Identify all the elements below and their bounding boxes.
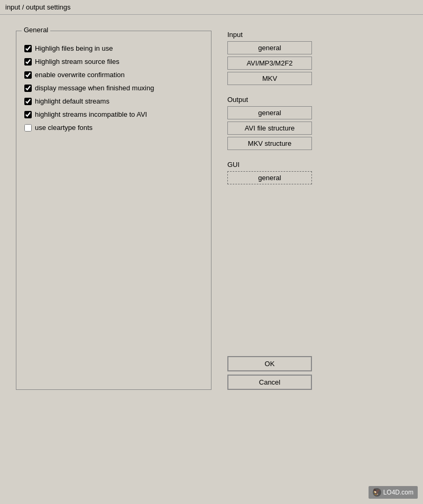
checkbox-item-cb2: Highligh stream source files (24, 58, 203, 66)
action-buttons: OK Cancel (227, 219, 407, 390)
window-title: input / output settings (5, 3, 71, 11)
ok-button[interactable]: OK (227, 356, 312, 371)
watermark-icon: 🦅 (373, 488, 381, 497)
input-label: Input (227, 31, 407, 39)
checkbox-cb1[interactable] (24, 45, 32, 52)
button-gui-general[interactable]: general (227, 171, 312, 184)
checkbox-item-cb5: highlight default streams (24, 97, 203, 105)
cancel-button[interactable]: Cancel (227, 375, 312, 390)
checkbox-item-cb1: Highligh files being in use (24, 44, 203, 52)
button-output-mkv[interactable]: MKV structure (227, 137, 312, 150)
checkbox-label-cb4[interactable]: display message when finished muxing (35, 84, 154, 92)
checkbox-cb5[interactable] (24, 98, 32, 105)
gui-label: GUI (227, 161, 407, 169)
button-input-mkv[interactable]: MKV (227, 72, 312, 85)
checkbox-item-cb6: highlight streams incompatible to AVI (24, 110, 203, 118)
checkbox-cb2[interactable] (24, 58, 32, 66)
input-section: Input generalAVI/MP3/M2F2MKV (227, 31, 407, 85)
checkbox-cb6[interactable] (24, 111, 32, 118)
button-output-general[interactable]: general (227, 106, 312, 119)
checkbox-item-cb7: use cleartype fonts (24, 124, 203, 132)
watermark: 🦅 LO4D.com (369, 486, 418, 499)
right-panel: Input generalAVI/MP3/M2F2MKV Output gene… (227, 31, 407, 390)
checkbox-label-cb2[interactable]: Highligh stream source files (35, 58, 119, 66)
watermark-text: LO4D.com (383, 489, 413, 496)
checkbox-cb4[interactable] (24, 85, 32, 92)
button-input-general[interactable]: general (227, 41, 312, 54)
checkbox-cb3[interactable] (24, 71, 32, 79)
checkbox-cb7[interactable] (24, 124, 32, 132)
checkbox-label-cb5[interactable]: highlight default streams (35, 97, 109, 105)
main-content: General Highligh files being in useHighl… (0, 20, 423, 400)
output-label: Output (227, 96, 407, 104)
checkbox-item-cb3: enable overwrite confirmation (24, 71, 203, 79)
button-output-avi[interactable]: AVI file structure (227, 122, 312, 135)
gui-section: GUI general (227, 161, 407, 184)
checkbox-label-cb1[interactable]: Highligh files being in use (35, 44, 113, 52)
checkbox-label-cb6[interactable]: highlight streams incompatible to AVI (35, 110, 147, 118)
checkbox-label-cb3[interactable]: enable overwrite confirmation (35, 71, 125, 79)
general-group: General Highligh files being in useHighl… (16, 31, 212, 390)
output-section: Output generalAVI file structureMKV stru… (227, 96, 407, 150)
general-legend: General (22, 26, 50, 34)
button-input-avi[interactable]: AVI/MP3/M2F2 (227, 57, 312, 70)
output-button-group: generalAVI file structureMKV structure (227, 106, 312, 150)
title-bar: input / output settings (0, 0, 423, 15)
checkbox-list: Highligh files being in useHighligh stre… (24, 44, 203, 132)
gui-button-group: general (227, 171, 312, 184)
checkbox-label-cb7[interactable]: use cleartype fonts (35, 124, 93, 132)
input-button-group: generalAVI/MP3/M2F2MKV (227, 41, 312, 85)
checkbox-item-cb4: display message when finished muxing (24, 84, 203, 92)
